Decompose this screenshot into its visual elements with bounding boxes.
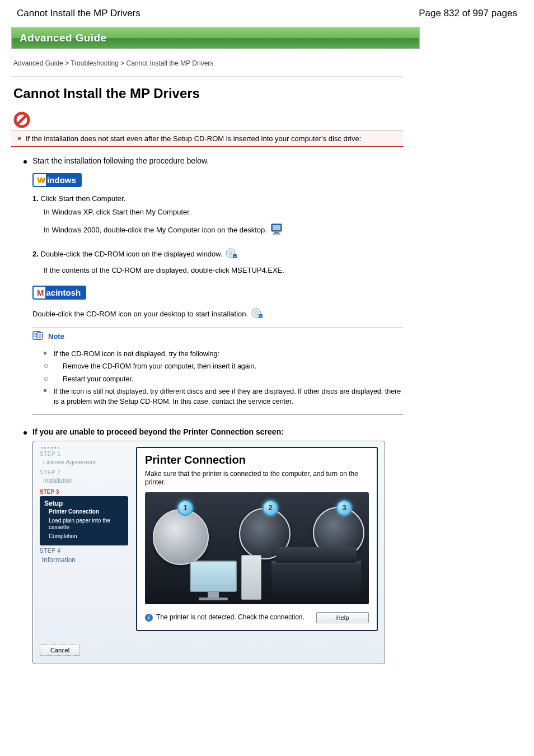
- windows-badge-lead: W: [34, 174, 46, 186]
- note-icon: [32, 330, 44, 342]
- svg-point-7: [229, 251, 232, 254]
- note-item-b: If the icon is still not displayed, try …: [44, 386, 403, 407]
- advanced-guide-banner: Advanced Guide: [11, 27, 420, 49]
- tower-graphic: [241, 555, 261, 600]
- page-title-right: Page 832 of 997 pages: [419, 8, 517, 19]
- zoom-circle-1: [153, 509, 209, 565]
- sidebar-step2-item: Installation: [40, 475, 128, 486]
- sidebar-step2-label: STEP 2: [40, 469, 128, 475]
- sidebar-setup-sub1: Printer Connection: [44, 507, 124, 516]
- sidebar-setup-sub3: Completion: [44, 532, 124, 541]
- my-computer-icon: [269, 222, 285, 240]
- info-icon: i: [145, 614, 153, 622]
- note-heading: Note: [48, 332, 64, 340]
- dialog-main-panel: Printer Connection Make sure that the pr…: [136, 447, 378, 631]
- cdrom-icon: [224, 246, 238, 263]
- windows-badge: W indows: [32, 173, 82, 187]
- windows-badge-rest: indows: [46, 174, 81, 186]
- mac-step1: Double-click the CD-ROM icon on your des…: [32, 306, 396, 323]
- win-after-cd: If the contents of the CD-ROM are displa…: [44, 265, 403, 276]
- heading-cannot-install: Cannot Install the MP Drivers: [13, 86, 403, 101]
- bullet-icon: [24, 160, 27, 164]
- monitor-graphic: [190, 561, 237, 600]
- printer-graphic: [271, 561, 361, 600]
- printer-connection-dialog: STEP 1 License Agreement STEP 2 Installa…: [32, 441, 385, 664]
- dialog-sidebar: STEP 1 License Agreement STEP 2 Installa…: [40, 447, 128, 631]
- step-badge-2: 2: [263, 500, 278, 516]
- page-title-left: Cannot Install the MP Drivers: [17, 8, 140, 19]
- svg-line-1: [17, 115, 26, 124]
- svg-rect-4: [274, 232, 279, 233]
- cdrom-icon: [250, 306, 264, 323]
- win-step1: 1. Click Start then Computer.: [32, 194, 396, 204]
- section-if-not-start: If the installation does not start even …: [11, 130, 403, 147]
- bullet-icon: [24, 431, 27, 435]
- sidebar-step1-item: License Agreement: [40, 457, 128, 467]
- macintosh-badge: M acintosh: [32, 286, 86, 300]
- note-box: Note If the CD-ROM icon is not displayed…: [32, 328, 403, 415]
- dialog-title: Printer Connection: [145, 454, 369, 466]
- sidebar-step3-label: STEP 3: [40, 489, 128, 495]
- sidebar-setup-title: Setup: [44, 500, 124, 507]
- step-badge-3: 3: [336, 500, 352, 516]
- win-step2: 2. Double-click the CD-ROM icon on the d…: [32, 246, 396, 263]
- note-item-a: If the CD-ROM icon is not displayed, try…: [44, 349, 403, 359]
- win-step1-2k: In Windows 2000, double-click the My Com…: [44, 222, 403, 240]
- note-item-a1: Remove the CD-ROM from your computer, th…: [44, 361, 403, 371]
- sidebar-step1-label: STEP 1: [40, 451, 128, 457]
- status-message: The printer is not detected. Check the c…: [156, 613, 305, 622]
- step-badge-1: 1: [177, 500, 193, 516]
- macintosh-badge-rest: acintosh: [45, 287, 86, 298]
- cancel-button[interactable]: Cancel: [40, 645, 80, 656]
- divider: [11, 76, 403, 77]
- svg-point-10: [255, 311, 257, 314]
- text-stuck: If you are unable to proceed beyond the …: [32, 427, 284, 436]
- dialog-desc: Make sure that the printer is connected …: [145, 470, 369, 487]
- note-item-a2: Restart your computer.: [44, 374, 403, 384]
- prohibit-icon: [13, 111, 403, 128]
- macintosh-badge-lead: M: [34, 287, 45, 298]
- dialog-illustration: 1 2 3: [145, 492, 369, 604]
- text-start-install: Start the installation following the pro…: [32, 156, 209, 165]
- sidebar-step4-label: STEP 4: [40, 548, 128, 554]
- svg-rect-5: [273, 233, 280, 235]
- help-button[interactable]: Help: [316, 612, 369, 623]
- win-step1-sub: In Windows XP, click Start then My Compu…: [44, 207, 403, 217]
- breadcrumb: Advanced Guide > Troubleshooting > Canno…: [13, 59, 403, 67]
- sidebar-step4-item: Information: [40, 554, 128, 564]
- section-bar-text: If the installation does not start even …: [26, 134, 361, 143]
- sidebar-setup-sub2: Load plain paper into the cassette: [44, 516, 124, 532]
- svg-rect-3: [273, 225, 280, 230]
- sidebar-setup-box: Setup Printer Connection Load plain pape…: [40, 496, 128, 545]
